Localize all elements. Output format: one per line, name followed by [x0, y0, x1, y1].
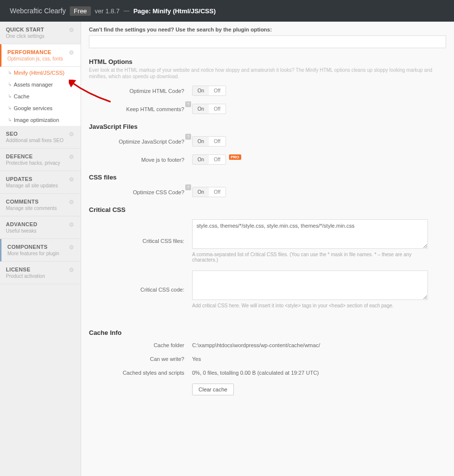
group-title: PERFORMANCE	[7, 49, 75, 55]
group-sub: One click settings	[6, 33, 75, 39]
section-title: CSS files	[89, 174, 446, 181]
field-help: Add critical CSS here. We will insert it…	[192, 303, 428, 308]
group-title: QUICK START	[6, 27, 75, 32]
version-text: ver 1.8.7	[95, 7, 120, 15]
sidebar-item-cache[interactable]: Cache	[0, 90, 81, 102]
toggle-on[interactable]: On	[193, 86, 209, 95]
toggle-on[interactable]: On	[193, 137, 209, 146]
group-icon: ⚙	[69, 131, 76, 138]
toggle-off[interactable]: Off	[209, 137, 225, 146]
group-sub: Manage all site updates	[6, 183, 75, 188]
sidebar-item-google-services[interactable]: Google services	[0, 102, 81, 114]
sidebar-group-quick-start[interactable]: QUICK STARTOne click settings⚙	[0, 22, 81, 44]
toggle-off[interactable]: Off	[209, 86, 225, 95]
field-label: Optimize HTML Code?	[89, 88, 192, 94]
field-label: Cached styles and scripts	[89, 370, 192, 376]
field-row: Optimize HTML Code?OnOff	[81, 82, 454, 100]
toggle-off[interactable]: Off	[209, 104, 225, 114]
clear-cache-row: Clear cache	[81, 380, 454, 399]
field-label: Cache folder	[89, 342, 192, 348]
group-title: DEFENCE	[6, 153, 75, 159]
field-label: Can we write?	[89, 356, 192, 362]
group-sub: Additional small fixes SEO	[6, 138, 75, 143]
group-icon: ⚙	[69, 153, 76, 160]
group-icon: ⚙	[69, 27, 76, 33]
toggle-off[interactable]: Off	[209, 187, 225, 197]
group-title: COMPONENTS	[7, 244, 75, 250]
hint-icon[interactable]: ?	[185, 184, 191, 190]
section-js-header: JavaScript Files	[81, 118, 454, 132]
critical-code-input[interactable]	[192, 270, 428, 300]
group-icon: ⚙	[69, 267, 76, 273]
main-content: Can't find the settings you need? Use th…	[81, 22, 454, 476]
sidebar-group-seo[interactable]: SEOAdditional small fixes SEO⚙	[0, 126, 81, 149]
hint-icon[interactable]: ?	[185, 134, 191, 140]
field-row: Optimize JavaScript Code??OnOff	[81, 132, 454, 150]
hint-icon[interactable]: ?	[185, 101, 191, 107]
field-row: Move js to footer?OnOffPRO	[81, 150, 454, 169]
toggle[interactable]: OnOff	[192, 104, 226, 114]
group-title: COMMENTS	[6, 199, 75, 205]
group-sub: More features for plugin	[7, 251, 75, 256]
sidebar-group-license[interactable]: LICENSEProduct activation⚙	[0, 262, 81, 284]
separator: —	[123, 7, 129, 14]
sidebar-group-comments[interactable]: COMMENTSManage site comments⚙	[0, 194, 81, 216]
field-label: Move js to footer?	[89, 157, 192, 163]
sidebar-group-advanced[interactable]: ADVANCEDUseful tweaks⚙	[0, 216, 81, 239]
sidebar-item-assets-manager[interactable]: Assets manager	[0, 79, 81, 90]
group-icon: ⚙	[69, 49, 76, 56]
sidebar-item-image-optimization[interactable]: Image optimization	[0, 114, 81, 126]
group-title: ADVANCED	[6, 221, 75, 227]
section-desc: Ever look at the HTML markup of your web…	[89, 67, 446, 80]
cache-info-row: Cached styles and scripts0%, 0 files, to…	[81, 366, 454, 380]
search-input[interactable]	[89, 35, 446, 48]
sidebar-group-performance[interactable]: PERFORMANCEOptimization js, css, fonts⚙	[0, 44, 81, 67]
group-icon: ⚙	[69, 244, 76, 251]
section-css-header: CSS files	[81, 169, 454, 183]
section-title: Critical CSS	[89, 206, 446, 213]
group-icon: ⚙	[69, 199, 76, 206]
field-label: Keep HTML comments??	[89, 106, 192, 112]
field-value: 0%, 0 files, totalling 0.00 B (calculate…	[192, 370, 446, 376]
section-title: HTML Options	[89, 58, 446, 65]
field-label: Optimize JavaScript Code??	[89, 139, 192, 145]
pro-badge: PRO	[229, 154, 241, 160]
group-sub: Product activation	[6, 273, 75, 279]
group-icon: ⚙	[69, 176, 76, 183]
field-label: Critical CSS files:	[89, 238, 192, 244]
section-critical-header: Critical CSS	[81, 201, 454, 215]
cache-info-row: Can we write?Yes	[81, 352, 454, 366]
group-title: UPDATES	[6, 176, 75, 182]
section-title: JavaScript Files	[89, 123, 446, 130]
field-value: C:\xampp\htdocs\wordpress/wp-content/cac…	[192, 342, 446, 348]
cache-info-row: Cache folderC:\xampp\htdocs\wordpress/wp…	[81, 338, 454, 352]
toggle[interactable]: OnOff	[192, 136, 226, 147]
critical-files-input[interactable]: style.css, themes/*/style.css, style.min…	[192, 219, 428, 249]
group-sub: Protective hacks, privacy	[6, 160, 75, 166]
toggle[interactable]: OnOff	[192, 154, 226, 165]
toggle[interactable]: OnOff	[192, 86, 226, 96]
toggle-off[interactable]: Off	[209, 155, 225, 164]
toggle-on[interactable]: On	[193, 155, 209, 164]
group-title: LICENSE	[6, 267, 75, 272]
section-html-header: HTML Options Ever look at the HTML marku…	[81, 53, 454, 82]
group-sub: Useful tweaks	[6, 228, 75, 234]
sidebar-group-updates[interactable]: UPDATESManage all site updates⚙	[0, 171, 81, 194]
toggle-on[interactable]: On	[193, 104, 209, 114]
toggle[interactable]: OnOff	[192, 187, 226, 197]
field-value: Yes	[192, 356, 446, 362]
group-sub: Optimization js, css, fonts	[7, 56, 75, 61]
field-label: Optimize CSS Code??	[89, 189, 192, 195]
toggle-on[interactable]: On	[193, 187, 209, 197]
field-label: Critical CSS code:	[89, 287, 192, 293]
field-row: Keep HTML comments??OnOff	[81, 100, 454, 118]
field-help: A comma-separated list of Critical CSS f…	[192, 252, 428, 263]
sidebar-group-components[interactable]: COMPONENTSMore features for plugin⚙	[0, 239, 81, 262]
page-title: Page: Minify (Html/JS/CSS)	[133, 7, 216, 15]
topbar: Webcraftic Clearfy Free ver 1.8.7 — Page…	[0, 0, 454, 22]
sidebar-group-defence[interactable]: DEFENCEProtective hacks, privacy⚙	[0, 149, 81, 171]
sidebar-item-minify-html-js-css-[interactable]: Minify (Html/JS/CSS)	[0, 67, 81, 79]
group-icon: ⚙	[69, 221, 76, 228]
critical-files-row: Critical CSS files: style.css, themes/*/…	[81, 215, 454, 267]
clear-cache-button[interactable]: Clear cache	[192, 384, 234, 395]
